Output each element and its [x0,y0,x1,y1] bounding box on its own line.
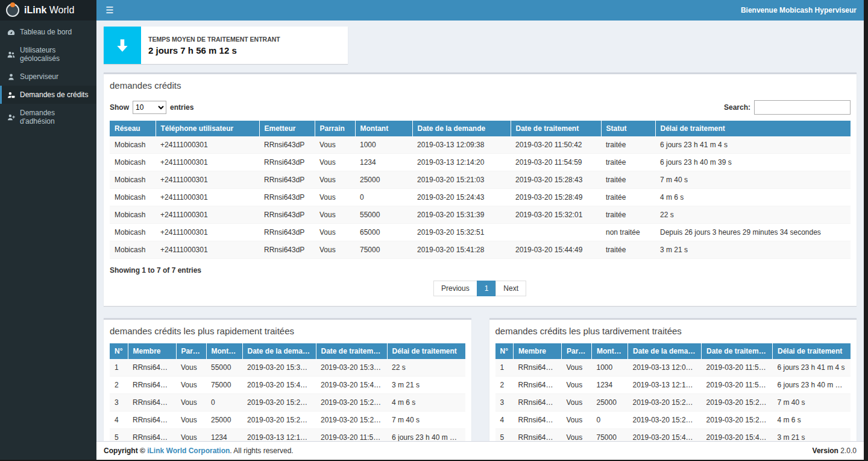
table-cell: 5 [110,429,128,442]
welcome-text: Bienvenue Mobicash Hyperviseur [741,6,864,14]
column-header[interactable]: Montant [355,121,412,136]
table-cell: +24111000301 [156,206,259,224]
table-info: Showing 1 to 7 of 7 entries [110,266,851,275]
table-cell: 0 [206,394,242,412]
column-header[interactable]: Montant [592,343,628,359]
column-header[interactable]: Parrain [176,343,206,359]
sidebar-item-membership-requests[interactable]: Demandes d'adhésion [0,104,96,130]
table-cell: 2019-03-20 15:32:01 [316,359,387,377]
table-cell: Vous [315,241,355,259]
table-cell: Vous [176,429,206,442]
table-cell: RRnsi643dP [259,206,315,224]
column-header[interactable]: Réseau [110,121,156,136]
table-row: 3RRnsi643dPVous02019-03-20 15:24:432019-… [110,394,465,412]
table-row: 4RRnsi643dPVous02019-03-20 15:24:432019-… [495,412,851,429]
copyright-text: Copyright © iLink World Corporation. All… [104,447,294,455]
table-cell: 25000 [355,171,412,189]
slowest-processed-panel: demandes crédits les plus tardivement tr… [489,318,857,441]
column-header[interactable]: N° [495,343,514,359]
sidebar-toggle-button[interactable]: ☰ [96,0,123,21]
table-cell: Depuis 26 jours 3 heures 29 minutes 34 s… [655,224,851,241]
column-header[interactable]: Membre [128,343,176,359]
column-header[interactable]: Délai de traitement [387,343,465,359]
table-cell: RRnsi643dP [259,154,315,171]
version-value: 2.0.0 [840,447,857,455]
fastest-panel-body: N°MembreParrainMontantDate de la demande… [104,342,471,441]
brand[interactable]: iLink World [0,0,96,21]
table-cell: 55000 [206,359,242,377]
column-header[interactable]: Parrain [562,343,592,359]
table-cell: 3 [495,394,514,412]
table-cell: 2019-03-20 11:54:59 [702,377,773,394]
column-header[interactable]: Délai de traitement [655,121,851,136]
table-cell: 1234 [592,377,628,394]
pagination-previous-button[interactable]: Previous [433,281,477,296]
table-cell: RRnsi643dP [128,377,176,394]
sidebar-item-dashboard[interactable]: Tableau de bord [0,23,96,41]
sidebar-item-supervisor[interactable]: Superviseur [0,68,96,86]
column-header[interactable]: Montant [206,343,242,359]
table-cell: 3 [110,394,128,412]
table-cell: Vous [176,377,206,394]
column-header[interactable]: N° [110,343,128,359]
table-cell: RRnsi643dP [514,412,562,429]
table-cell: 2019-03-20 11:54:59 [316,429,387,442]
table-row: Mobicash+24111000301RRnsi643dPVous650002… [110,224,851,241]
panel-title-slowest: demandes crédits les plus tardivement tr… [489,320,857,342]
column-header[interactable]: Délai de traitement [773,343,851,359]
table-cell: 2019-03-20 15:28:49 [511,189,601,206]
table-cell: 6 jours 23 h 40 m 39 s [655,154,851,171]
table-cell: Vous [562,377,592,394]
table-cell: 3 m 21 s [655,241,851,259]
table-row: 4RRnsi643dPVous250002019-03-20 15:21:032… [110,412,465,429]
sidebar-item-label: Demandes d'adhésion [20,109,92,126]
table-cell [511,224,601,241]
table-cell: 2019-03-20 15:41:28 [628,429,702,442]
table-cell: 2019-03-20 15:21:03 [412,171,511,189]
pagination-page-1-button[interactable]: 1 [477,281,497,296]
table-cell: traitée [601,154,655,171]
column-header[interactable]: Date de traitement [316,343,387,359]
table-row: 5RRnsi643dPVous750002019-03-20 15:41:282… [495,429,851,442]
table-cell: 2019-03-20 15:28:43 [702,394,773,412]
table-row: Mobicash+24111000301RRnsi643dPVous123420… [110,154,851,171]
panel-title-credit-requests: demandes crédits [104,74,857,95]
column-header[interactable]: Date de traitement [702,343,773,359]
table-cell: 25000 [592,394,628,412]
entries-per-page-select[interactable]: 10 [133,101,166,114]
column-header[interactable]: Membre [514,343,562,359]
brand-logo-icon [6,4,19,17]
users-icon [7,51,15,59]
fastest-processed-table: N°MembreParrainMontantDate de la demande… [110,343,465,441]
table-header: RéseauTéléphone utilisateurEmetteurParra… [110,121,851,136]
column-header[interactable]: Date de la demande [628,343,702,359]
column-header[interactable]: Date de la demande [412,121,511,136]
table-row: 2RRnsi643dPVous750002019-03-20 15:41:282… [110,377,465,394]
table-cell: 3 m 21 s [773,429,851,442]
table-cell: 6 jours 23 h 41 m 4 s [773,359,851,377]
app-window: iLink World Tableau de bord Utilisateurs… [0,0,864,460]
sidebar-item-geolocated-users[interactable]: Utilisateurs géolocalisés [0,41,96,68]
column-header[interactable]: Statut [601,121,655,136]
company-link[interactable]: iLink World Corporation [147,447,230,455]
table-cell: 2019-03-13 12:09:38 [412,136,511,154]
table-row: 1RRnsi643dPVous550002019-03-20 15:31:392… [110,359,465,377]
search-input[interactable] [754,100,851,115]
column-header[interactable]: Téléphone utilisateur [156,121,259,136]
main-content: TEMPS MOYEN DE TRAITEMENT ENTRANT 2 jour… [96,21,864,441]
column-header[interactable]: Emetteur [259,121,315,136]
table-cell: Vous [562,359,592,377]
table-row: 5RRnsi643dPVous12342019-03-13 12:14:2020… [110,429,465,442]
column-header[interactable]: Parrain [315,121,355,136]
column-header[interactable]: Date de traitement [511,121,601,136]
sidebar-item-label: Superviseur [20,72,58,81]
sidebar-item-credit-requests[interactable]: Demandes de crédits [0,86,96,104]
pagination-next-button[interactable]: Next [495,281,526,296]
credit-requests-icon [7,91,15,99]
table-cell: 75000 [206,377,242,394]
column-header[interactable]: Date de la demande [242,343,316,359]
scrollbar-track[interactable] [864,0,868,461]
table-cell: 4 m 6 s [773,412,851,429]
table-row: Mobicash+24111000301RRnsi643dPVous250002… [110,171,851,189]
table-cell: +24111000301 [156,224,259,241]
